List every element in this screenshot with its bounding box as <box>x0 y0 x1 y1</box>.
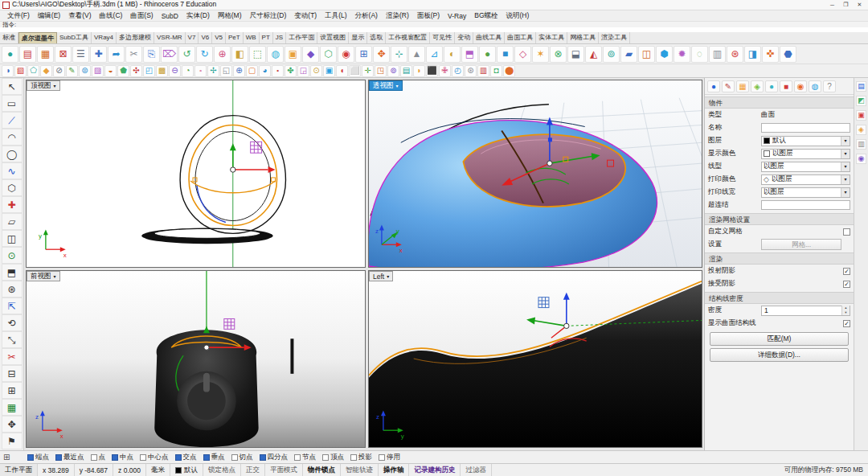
toolbar-button[interactable]: ⬝ <box>272 65 284 77</box>
toolbar-button[interactable]: ☰ <box>72 46 89 63</box>
osnap-toggle[interactable]: 停用 <box>379 453 400 462</box>
sidebar-tool-button[interactable]: ⟲ <box>2 314 23 331</box>
toolbar-tab[interactable]: 曲面工具 <box>505 32 536 43</box>
status-toggle[interactable]: 过滤器 <box>461 464 492 476</box>
cast-shadows-checkbox[interactable] <box>843 268 850 275</box>
viewport-label-top[interactable]: 顶视图▾ <box>27 80 60 91</box>
sidebar-tool-button[interactable]: ◯ <box>2 146 23 162</box>
menu-item[interactable]: 查看(V) <box>64 11 95 21</box>
toolbar-button[interactable]: ⊘ <box>53 65 65 77</box>
toolbar-button[interactable]: ▢ <box>246 65 258 77</box>
docked-panel-icon[interactable]: ◈ <box>856 125 866 135</box>
toolbar-button[interactable]: ✥ <box>373 46 390 63</box>
sidebar-tool-button[interactable]: ▱ <box>2 213 23 230</box>
toolbar-tab[interactable]: 工作平面 <box>286 32 317 43</box>
grid-snap-icon[interactable]: ⊞ <box>3 453 13 462</box>
toolbar-button[interactable]: ✣ <box>130 65 142 77</box>
osnap-toggle[interactable]: 中心点 <box>140 453 169 462</box>
toolbar-button[interactable]: ⬡ <box>320 46 337 63</box>
close-button[interactable]: ✕ <box>853 0 866 10</box>
toolbar-button[interactable]: ◒ <box>104 65 117 77</box>
menu-item[interactable]: 文件(F) <box>3 11 34 21</box>
toolbar-tab[interactable]: 标准 <box>0 32 18 43</box>
layer-dropdown[interactable]: 默认▾ <box>761 136 850 146</box>
toolbar-button[interactable]: ↺ <box>178 46 195 63</box>
menu-item[interactable]: 分析(A) <box>351 11 382 21</box>
toolbar-tab[interactable]: 变动 <box>455 32 473 43</box>
toolbar-tab[interactable]: 渲染工具 <box>599 32 630 43</box>
match-button[interactable]: 匹配(M) <box>710 332 849 346</box>
sidebar-tool-button[interactable]: ◫ <box>2 230 23 247</box>
panel-tab-icon[interactable]: ? <box>823 80 836 92</box>
toolbar-tab[interactable]: PT <box>260 32 273 43</box>
panel-tab-icon[interactable]: ■ <box>780 80 792 92</box>
sidebar-tool-button[interactable]: ✚ <box>2 196 23 213</box>
toolbar-button[interactable]: ⊛ <box>727 46 743 63</box>
docked-panel-icon[interactable]: ◉ <box>856 154 866 164</box>
docked-panel-icon[interactable]: ▣ <box>856 110 866 121</box>
toolbar-tab[interactable]: 桌尔道墨牛 <box>18 32 57 43</box>
toolbar-button[interactable]: ⬓ <box>567 46 584 63</box>
toolbar-button[interactable]: ▤ <box>19 46 36 63</box>
menu-item[interactable]: 面板(P) <box>413 11 444 21</box>
display-color-dropdown[interactable]: 以图层▾ <box>761 149 850 159</box>
toolbar-button[interactable]: ◆ <box>302 46 319 63</box>
viewport-top[interactable]: y x 顶视图▾ <box>26 80 366 268</box>
toolbar-button[interactable]: ✛ <box>362 65 374 77</box>
toolbar-button[interactable]: ⬢ <box>656 46 673 63</box>
menu-item[interactable]: 尺寸标注(D) <box>246 11 291 21</box>
menu-item[interactable]: 编辑(E) <box>34 11 64 21</box>
maximize-button[interactable]: ❐ <box>839 0 853 10</box>
toolbar-button[interactable]: ◑ <box>2 65 14 77</box>
sidebar-tool-button[interactable]: ⊙ <box>2 247 23 264</box>
toolbar-tab[interactable]: SubD工具 <box>57 32 92 43</box>
menu-item[interactable]: 渲染(R) <box>382 11 413 21</box>
toolbar-button[interactable]: ■ <box>497 46 514 63</box>
status-toggle[interactable]: 锁定格点 <box>203 464 241 476</box>
menu-item[interactable]: 说明(H) <box>502 11 534 21</box>
cplane-button[interactable]: 工作平面 <box>0 464 38 476</box>
panel-tab-icon[interactable]: ◍ <box>809 80 821 92</box>
sidebar-tool-button[interactable]: ⟋ <box>2 112 23 129</box>
viewport-left[interactable]: z y Left▾ <box>368 270 702 448</box>
toolbar-tab[interactable]: VSR-MR <box>154 32 186 43</box>
toolbar-tab[interactable]: 选取 <box>367 32 386 43</box>
toolbar-button[interactable]: ⬣ <box>780 46 796 63</box>
toolbar-button[interactable]: ⬠ <box>27 65 39 77</box>
viewport-front[interactable]: z x 前视图▾ <box>26 270 366 448</box>
toolbar-button[interactable]: ▧ <box>14 65 27 77</box>
toolbar-button[interactable]: ◐ <box>444 46 461 63</box>
sidebar-tool-button[interactable]: ∿ <box>2 162 23 179</box>
toolbar-button[interactable]: ✶ <box>532 46 549 63</box>
panel-tab-icon[interactable]: ▦ <box>736 80 749 92</box>
details-button[interactable]: 详细数据(D)... <box>710 348 849 362</box>
left-view-canvas[interactable]: z y <box>369 271 702 447</box>
toolbar-button[interactable]: ✜ <box>762 46 779 63</box>
toolbar-button[interactable]: ◰ <box>143 65 155 77</box>
viewport-label-left[interactable]: Left▾ <box>369 271 393 281</box>
osnap-toggle[interactable]: 交点 <box>175 453 197 462</box>
print-color-dropdown[interactable]: ◇以图层▾ <box>761 174 850 185</box>
custom-mesh-checkbox[interactable] <box>843 228 850 236</box>
sidebar-tool-button[interactable]: ⊟ <box>2 365 23 382</box>
panel-tab-icon[interactable]: ◉ <box>794 80 807 92</box>
sidebar-tool-button[interactable]: ⊛ <box>2 281 23 298</box>
toolbar-tab[interactable]: 多边形建模 <box>117 32 154 43</box>
docked-panel-icon[interactable]: ▥ <box>856 139 866 150</box>
toolbar-button[interactable]: ◖ <box>336 65 348 77</box>
status-toggle[interactable]: 正交 <box>241 464 265 476</box>
toolbar-button[interactable]: ✚ <box>90 46 107 63</box>
show-isocurves-checkbox[interactable] <box>843 320 850 327</box>
toolbar-button[interactable]: ✤ <box>285 65 297 77</box>
toolbar-button[interactable]: ⊚ <box>387 65 399 77</box>
toolbar-button[interactable]: ✹ <box>674 46 690 63</box>
toolbar-button[interactable]: ⊜ <box>79 65 91 77</box>
osnap-toggle[interactable]: 中点 <box>112 453 133 462</box>
toolbar-button[interactable]: ⊕ <box>233 65 245 77</box>
toolbar-button[interactable]: ⊙ <box>310 65 322 77</box>
toolbar-button[interactable]: ⊞ <box>355 46 372 63</box>
toolbar-button[interactable]: ▰ <box>620 46 637 63</box>
sidebar-tool-button[interactable]: ⇱ <box>2 298 23 314</box>
osnap-toggle[interactable]: 垂点 <box>203 453 225 462</box>
viewport-perspective[interactable]: z x y 透视图▾ <box>368 80 702 268</box>
